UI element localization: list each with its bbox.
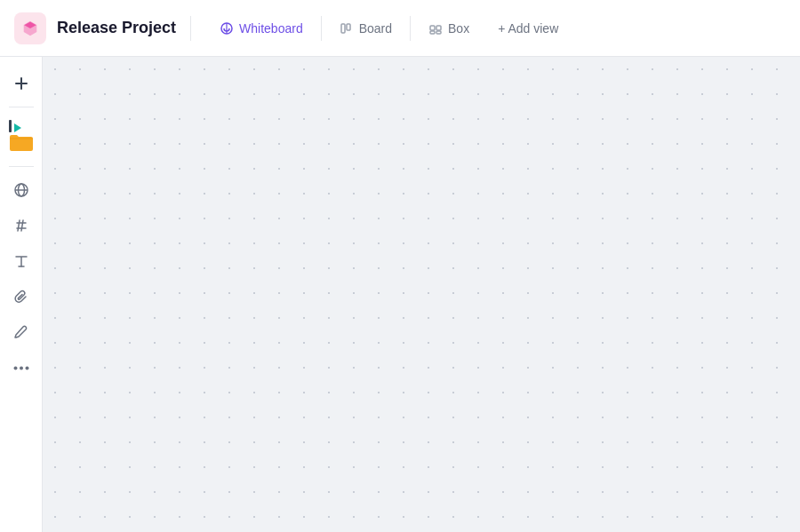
add-button[interactable] <box>5 67 37 99</box>
svg-point-11 <box>25 366 28 369</box>
add-view-button[interactable]: + Add view <box>487 16 569 41</box>
svg-rect-5 <box>430 31 435 34</box>
board-icon <box>340 21 354 36</box>
globe-button[interactable] <box>5 174 37 206</box>
more-button[interactable] <box>5 352 37 384</box>
media-button[interactable] <box>2 115 41 159</box>
svg-rect-6 <box>436 31 441 34</box>
draw-button[interactable] <box>5 316 37 348</box>
nav-tabs: Whiteboard Board <box>209 16 569 41</box>
add-view-label: + Add view <box>498 21 558 36</box>
text-button[interactable] <box>5 245 37 277</box>
header-divider <box>190 16 191 41</box>
tab-whiteboard-label: Whiteboard <box>239 21 303 36</box>
toolbar-separator-1 <box>9 107 34 107</box>
svg-point-9 <box>13 366 17 369</box>
svg-rect-4 <box>436 26 441 30</box>
tab-whiteboard[interactable]: Whiteboard <box>209 16 314 41</box>
tab-divider-2 <box>410 16 411 41</box>
tab-board-label: Board <box>359 21 392 36</box>
box-icon <box>428 21 443 36</box>
hash-button[interactable] <box>5 210 37 242</box>
svg-rect-3 <box>430 26 435 30</box>
svg-rect-1 <box>341 24 345 33</box>
tab-divider-1 <box>321 16 322 41</box>
header: Release Project Whiteboard Bo <box>0 0 800 57</box>
sidebar-toolbar <box>0 57 43 532</box>
svg-rect-2 <box>347 24 350 30</box>
whiteboard-canvas[interactable] <box>43 57 800 532</box>
whiteboard-icon <box>220 21 234 36</box>
tab-box-label: Box <box>448 21 469 36</box>
tab-box[interactable]: Box <box>418 16 480 41</box>
project-title: Release Project <box>57 19 176 37</box>
svg-point-10 <box>20 366 23 369</box>
toolbar-separator-2 <box>9 166 34 167</box>
attach-button[interactable] <box>5 281 37 313</box>
project-icon <box>14 12 46 44</box>
tab-board[interactable]: Board <box>329 16 403 41</box>
main-container <box>0 57 800 532</box>
